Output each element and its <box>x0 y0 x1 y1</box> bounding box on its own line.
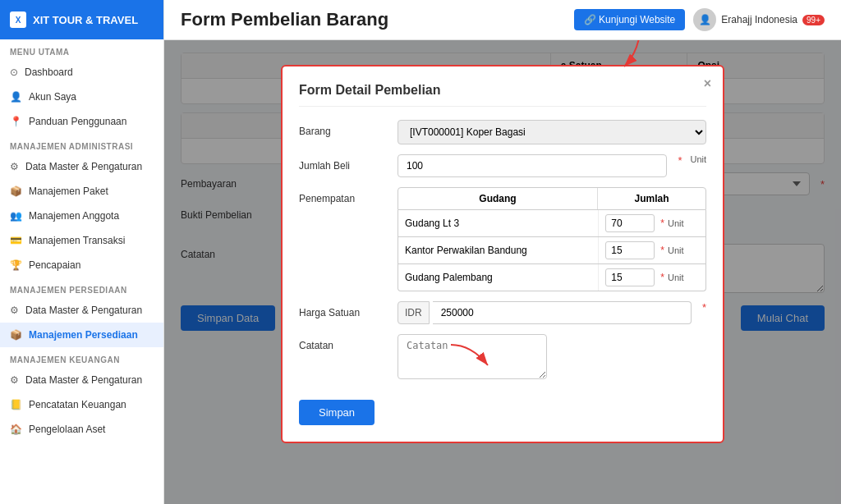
arrow-annotation <box>591 40 657 75</box>
notification-badge: 99+ <box>802 15 825 25</box>
jumlah-input[interactable] <box>398 154 667 177</box>
sidebar-item-manajemen-persediaan[interactable]: 📦 Manajemen Persediaan <box>0 323 163 347</box>
visit-website-button[interactable]: 🔗 Kunjungi Website <box>574 9 686 30</box>
section-title-admin: MANAJEMEN ADMINISTRASI <box>0 134 163 154</box>
penempatan-header: Gudang Jumlah <box>398 187 706 210</box>
persediaan-icon: 📦 <box>10 329 22 341</box>
catatan-modal-label: Catatan <box>299 334 389 351</box>
barang-label: Barang <box>299 120 389 137</box>
sidebar-item-label: Akun Saya <box>29 91 76 103</box>
sidebar-item-aset[interactable]: 🏠 Pengelolaan Aset <box>0 417 163 442</box>
harga-input[interactable] <box>433 301 692 324</box>
topbar: Form Pembelian Barang 🔗 Kunjungi Website… <box>164 0 841 40</box>
gear3-icon: ⚙ <box>10 374 19 386</box>
jumlah-gudang-3-input[interactable] <box>605 268 655 286</box>
sidebar-item-paket[interactable]: 📦 Manajemen Paket <box>0 179 163 204</box>
sidebar-item-admin-data-master[interactable]: ⚙ Data Master & Pengaturan <box>0 154 163 179</box>
unit-label-1: Unit <box>668 218 684 228</box>
gear-icon: ⚙ <box>10 161 19 172</box>
penempatan-table: Gudang Jumlah Gudang Lt 3 * Unit <box>398 187 706 291</box>
sidebar-item-pencapaian[interactable]: 🏆 Pencapaian <box>0 253 163 277</box>
barang-row: Barang [IVT000001] Koper Bagasi <box>299 120 706 144</box>
topbar-right: 🔗 Kunjungi Website 👤 Erahajj Indonesia 9… <box>574 8 825 31</box>
pencatatan-icon: 📒 <box>10 399 22 410</box>
sidebar: X XIT TOUR & TRAVEL MENU UTAMA ⊙ Dashboa… <box>0 0 164 504</box>
jumlah-cell-1: * Unit <box>599 210 705 236</box>
jumlah-gudang-2-input[interactable] <box>605 241 655 259</box>
aset-icon: 🏠 <box>10 424 22 435</box>
transaksi-icon: 💳 <box>10 235 22 246</box>
logo-text: XIT TOUR & TRAVEL <box>33 14 138 26</box>
penempatan-row-2: Kantor Perwakilan Bandung * Unit <box>398 237 706 264</box>
penempatan-row-3: Gudang Palembang * Unit <box>398 264 706 291</box>
sidebar-item-label: Pencatatan Keuangan <box>29 399 126 410</box>
sidebar-item-label: Manajemen Paket <box>29 186 108 197</box>
simpan-button[interactable]: Simpan <box>299 400 375 425</box>
panduan-icon: 📍 <box>10 116 22 127</box>
section-title-persediaan: MANAJEMEN PERSEDIAAN <box>0 277 163 298</box>
logo-icon: X <box>10 11 26 28</box>
gudang-cell-2: Kantor Perwakilan Bandung <box>398 237 599 263</box>
sidebar-item-label: Data Master & Pengaturan <box>25 374 142 386</box>
sidebar-item-label: Manajemen Anggota <box>29 210 119 222</box>
sidebar-item-label: Pencapaian <box>29 259 80 271</box>
modal-title: Form Detail Pembelian <box>299 83 706 107</box>
penempatan-row: Penempatan Gudang Jumlah Gudang Lt 3 * <box>299 187 706 291</box>
penempatan-row-1: Gudang Lt 3 * Unit <box>398 210 706 237</box>
modal-close-button[interactable]: × <box>704 76 711 91</box>
catatan-modal-row: Catatan <box>299 334 706 382</box>
sidebar-item-pencatatan[interactable]: 📒 Pencatatan Keuangan <box>0 392 163 417</box>
penempatan-label: Penempatan <box>299 187 389 204</box>
dashboard-icon: ⊙ <box>10 66 18 78</box>
sidebar-item-label: Manajemen Persediaan <box>29 329 138 341</box>
section-title-menu-utama: MENU UTAMA <box>0 39 163 60</box>
unit-label-3: Unit <box>668 273 684 282</box>
jumlah-row: Jumlah Beli * Unit <box>299 154 706 177</box>
gudang-header: Gudang <box>398 188 598 209</box>
harga-row: Harga Satuan IDR * <box>299 301 706 324</box>
sidebar-item-persediaan-data-master[interactable]: ⚙ Data Master & Pengaturan <box>0 298 163 323</box>
page-title: Form Pembelian Barang <box>181 9 388 30</box>
gudang-cell-1: Gudang Lt 3 <box>398 210 599 236</box>
sidebar-item-label: Data Master & Pengaturan <box>25 161 142 172</box>
akun-icon: 👤 <box>10 91 22 103</box>
harga-input-group: IDR <box>398 301 692 324</box>
sidebar-item-label: Data Master & Pengaturan <box>25 305 142 316</box>
sidebar-logo: X XIT TOUR & TRAVEL <box>0 0 163 39</box>
catatan-modal-input[interactable] <box>398 334 547 379</box>
modal-form: Form Detail Pembelian × Barang [IVT00000… <box>281 65 724 443</box>
sidebar-item-label: Panduan Penggunaan <box>29 116 126 127</box>
jumlah-unit-label: Unit <box>690 154 706 164</box>
currency-label: IDR <box>398 301 430 324</box>
sidebar-item-panduan[interactable]: 📍 Panduan Penggunaan <box>0 109 163 134</box>
user-info: 👤 Erahajj Indonesia 99+ <box>693 8 825 31</box>
gudang-cell-3: Gudang Palembang <box>398 264 599 291</box>
sidebar-item-transaksi[interactable]: 💳 Manajemen Transaksi <box>0 228 163 253</box>
main-content: Form Pembelian Barang 🔗 Kunjungi Website… <box>164 0 841 504</box>
anggota-icon: 👥 <box>10 210 22 222</box>
sidebar-item-keuangan-data-master[interactable]: ⚙ Data Master & Pengaturan <box>0 368 163 392</box>
modal-overlay: Form Detail Pembelian × Barang [IVT00000… <box>164 40 841 504</box>
section-title-keuangan: MANAJEMEN KEUANGAN <box>0 347 163 368</box>
unit-label-2: Unit <box>668 245 684 255</box>
sidebar-item-label: Dashboard <box>25 66 73 78</box>
pencapaian-icon: 🏆 <box>10 259 22 271</box>
sidebar-item-label: Manajemen Transaksi <box>29 235 125 246</box>
harga-label: Harga Satuan <box>299 301 389 318</box>
jumlah-gudang-1-input[interactable] <box>605 214 655 232</box>
sidebar-item-akun[interactable]: 👤 Akun Saya <box>0 85 163 109</box>
jumlah-cell-2: * Unit <box>599 237 705 263</box>
sidebar-item-dashboard[interactable]: ⊙ Dashboard <box>0 60 163 85</box>
barang-select[interactable]: [IVT000001] Koper Bagasi <box>398 120 706 144</box>
paket-icon: 📦 <box>10 186 22 197</box>
jumlah-label: Jumlah Beli <box>299 154 389 172</box>
required-star-jumlah: * <box>678 154 682 167</box>
jumlah-cell-3: * Unit <box>599 264 705 291</box>
gear2-icon: ⚙ <box>10 305 19 316</box>
user-name: Erahajj Indonesia <box>721 14 797 25</box>
sidebar-item-label: Pengelolaan Aset <box>29 424 105 435</box>
jumlah-header: Jumlah <box>598 188 705 209</box>
required-star-harga: * <box>702 301 706 314</box>
sidebar-item-anggota[interactable]: 👥 Manajemen Anggota <box>0 204 163 228</box>
avatar: 👤 <box>693 8 716 31</box>
